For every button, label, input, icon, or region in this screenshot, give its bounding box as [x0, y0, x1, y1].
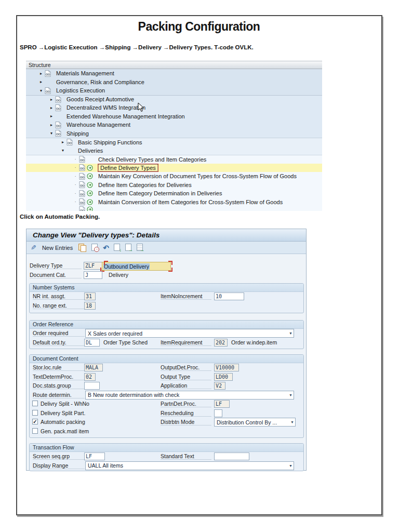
order-required-dropdown[interactable]: X Sales order required ▼: [85, 329, 294, 338]
select-block-button[interactable]: ↓: [114, 243, 121, 252]
menu-path-text: SPRO →Logistic Execution →Shipping →Deli…: [20, 44, 254, 50]
expand-arrow-icon[interactable]: ▸: [48, 123, 55, 127]
dropdown-arrow-icon[interactable]: ▼: [290, 420, 294, 424]
expand-arrow-icon[interactable]: ▸: [59, 140, 66, 144]
execute-icon[interactable]: [87, 173, 95, 179]
delete-button[interactable]: −: [91, 243, 98, 252]
tree-row-selected[interactable]: · Define Delivery Types: [26, 164, 322, 172]
tree-item-label[interactable]: Shipping: [66, 130, 89, 137]
item-requirement-field[interactable]: 202: [214, 339, 228, 347]
collapse-arrow-icon[interactable]: ▾: [48, 131, 55, 136]
tree-row[interactable]: ▸ Governance, Risk and Compliance: [26, 78, 322, 87]
copy-button[interactable]: [78, 243, 86, 252]
tree-row[interactable]: ▾ Logistics Execution: [26, 86, 322, 95]
automatic-packing-checkbox[interactable]: ✓: [32, 419, 38, 424]
no-range-ext-field[interactable]: 18: [84, 302, 96, 310]
checkmark-icon: ✓: [33, 419, 37, 424]
tree-row[interactable]: ▸ Materials Management: [26, 69, 322, 78]
expand-arrow-icon[interactable]: ▸: [48, 97, 55, 102]
distrbtn-mode-dropdown[interactable]: Distribution Control By ... ▼: [214, 418, 296, 427]
dropdown-arrow-icon[interactable]: ▼: [289, 464, 292, 468]
expand-arrow-icon[interactable]: ▸: [48, 114, 55, 118]
tree-item-label[interactable]: Decentralized WMS Integration: [66, 104, 145, 111]
tree-row[interactable]: ▸ Extended Warehouse Management Integrat…: [26, 112, 322, 121]
default-ord-ty-desc: Order Type Sched: [103, 339, 148, 345]
sap-window: Change View "Delivery types": Details ✎ …: [26, 229, 307, 471]
tree-item-label[interactable]: Define Item Categories for Deliveries: [98, 182, 192, 188]
tree-item-label[interactable]: Check Delivery Types and Item Categories: [98, 156, 206, 163]
section-document-content: Document Content Stor.loc.rule MALA Outp…: [29, 354, 304, 438]
tree-item-label[interactable]: Deliveries: [78, 148, 103, 154]
doc-stats-group-field[interactable]: [84, 382, 100, 390]
delivery-type-field[interactable]: ZLF: [84, 262, 102, 270]
delivry-split-whno-checkbox[interactable]: [32, 401, 38, 406]
application-field[interactable]: V2: [214, 382, 225, 390]
output-det-proc-field[interactable]: V10000: [214, 364, 239, 371]
delivery-split-part-checkbox[interactable]: [32, 410, 38, 416]
tree-item-label[interactable]: Basic Shipping Functions: [78, 139, 142, 145]
tree-item-label-selected[interactable]: Define Delivery Types: [98, 164, 158, 171]
tree-row[interactable]: ▸ Goods Receipt Automotive: [26, 95, 322, 104]
tree-item-label[interactable]: Warehouse Management: [66, 122, 130, 128]
tree-item-label[interactable]: Define Item Category Determination in De…: [98, 190, 222, 196]
gen-pack-matl-label: Gen. pack.matl item: [41, 428, 89, 434]
tree-item-label[interactable]: Maintain Key Conversion of Document Type…: [98, 173, 297, 179]
dropdown-arrow-icon[interactable]: ▼: [289, 393, 292, 397]
item-no-increment-field[interactable]: 10: [214, 292, 244, 300]
nr-int-assgt-field[interactable]: 31: [84, 292, 96, 300]
automatic-packing-label: Automatic packing: [41, 419, 85, 425]
execute-icon[interactable]: [87, 182, 95, 188]
page-arrow-down-icon: ↓: [114, 244, 121, 251]
collapse-arrow-icon[interactable]: ▾: [37, 88, 45, 93]
partn-det-proc-field[interactable]: LF: [214, 400, 230, 408]
selection-corner-icon: [168, 261, 172, 265]
tree-row[interactable]: ▸ Basic Shipping Functions: [26, 138, 322, 147]
tree-item-label[interactable]: Materials Management: [56, 70, 114, 76]
adopt-button[interactable]: →: [137, 243, 143, 252]
dropdown-arrow-icon[interactable]: ▼: [289, 331, 292, 335]
tree-item-label[interactable]: Maintain Conversion of Item Categories f…: [98, 199, 283, 205]
img-node-icon: [55, 104, 63, 111]
tree-row[interactable]: ▸ Warehouse Management: [26, 121, 322, 129]
tree-row[interactable]: · Maintain Conversion of Item Categories…: [26, 198, 322, 207]
tree-row[interactable]: · Maintain Key Conversion of Document Ty…: [26, 172, 322, 181]
tree-item-label[interactable]: Goods Receipt Automotive: [66, 96, 134, 102]
img-node-icon: [79, 181, 87, 188]
execute-icon[interactable]: [87, 199, 95, 205]
standard-text-field[interactable]: [214, 453, 249, 460]
tree-item-label[interactable]: Governance, Risk and Compliance: [56, 79, 144, 85]
delivery-split-part-label: Delivery Split Part.: [41, 410, 85, 416]
next-entry-button[interactable]: →: [125, 243, 132, 252]
stor-loc-rule-field[interactable]: MALA: [84, 364, 103, 371]
tree-row[interactable]: · Define Item Category Determination in …: [26, 189, 322, 198]
expand-arrow-icon[interactable]: ▸: [37, 71, 45, 76]
new-entries-button[interactable]: New Entries: [41, 243, 74, 252]
tree-row[interactable]: · Check Delivery Types and Item Categori…: [26, 155, 322, 164]
screen-seq-grp-label: Screen seq.grp: [33, 453, 85, 460]
delivery-type-desc-field[interactable]: Outbound Delivery: [102, 262, 171, 271]
route-determin-dropdown[interactable]: B New route determination with check ▼: [85, 391, 294, 400]
display-range-dropdown[interactable]: UALL All items ▼: [85, 461, 294, 470]
default-ord-ty-field[interactable]: DL: [84, 339, 100, 347]
tree-row[interactable]: · Define Item Categories for Deliveries: [26, 181, 322, 190]
gen-pack-matl-checkbox[interactable]: [32, 428, 38, 434]
screen-seq-grp-field[interactable]: LF: [84, 453, 105, 460]
display-change-button[interactable]: ✎: [31, 243, 36, 252]
tree-row[interactable]: ▾ Shipping: [26, 129, 322, 138]
expand-arrow-icon[interactable]: ▸: [48, 105, 55, 110]
tree-item-label[interactable]: Logistics Execution: [56, 87, 105, 94]
document-cat-field[interactable]: J: [84, 271, 102, 279]
tree-row[interactable]: ▸ Decentralized WMS Integration: [26, 103, 322, 112]
expand-arrow-icon[interactable]: ▸: [37, 79, 45, 84]
text-determ-proc-field[interactable]: 02: [84, 373, 96, 381]
execute-icon[interactable]: [87, 190, 95, 196]
execute-icon[interactable]: [87, 165, 95, 171]
tree-row[interactable]: ▾ Deliveries: [26, 147, 322, 155]
undo-button[interactable]: ↶: [103, 243, 109, 252]
page-arrow-right-icon: →: [125, 244, 132, 251]
rescheduling-field[interactable]: [214, 409, 222, 417]
collapse-arrow-icon[interactable]: ▾: [59, 148, 66, 153]
tree-item-label[interactable]: Extended Warehouse Management Integratio…: [66, 113, 185, 119]
output-type-field[interactable]: LD00: [214, 373, 233, 381]
spro-structure-tree: Structure ▸ Materials Management ▸ Gover…: [26, 61, 322, 211]
